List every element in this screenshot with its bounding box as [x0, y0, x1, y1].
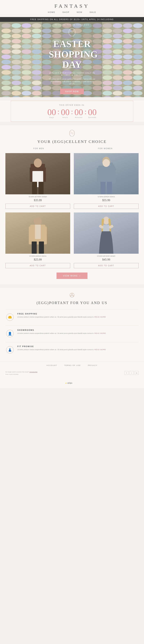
svg-text:👤: 👤 [8, 332, 12, 336]
product-image-men1 [6, 153, 70, 194]
products-grid-row2: Ut tortor pretium viverra $25.99 ADD TO … [6, 212, 138, 268]
product-caption-men1: Ut enim ad minim veniam [6, 196, 70, 198]
fit-promise-icon: 👗 [6, 345, 14, 354]
svg-point-19 [103, 159, 110, 167]
feature-fit-promise: 👗 FIT PROMISE Ut tortor pretium viverra … [6, 342, 138, 354]
minutes-number: 00 [75, 108, 83, 116]
social-facebook[interactable]: f [125, 371, 128, 375]
countdown-sep-1: : [57, 108, 59, 116]
hero-subtitle: BECAUSE YOU'RE GOOD EGG [49, 24, 95, 26]
svg-rect-24 [32, 242, 37, 254]
svg-rect-16 [100, 182, 105, 194]
features-section: (EGG)PORTANT FOR YOU AND US 🤲 FREE SHIPP… [0, 288, 144, 362]
product-price-men2: $25.99 [6, 258, 70, 261]
hours-number: 00 [61, 108, 69, 116]
unsubscribe-link[interactable]: Unsubscribe [29, 371, 37, 373]
product-card-women2: Ut enim ad minim veniam $45.99 ADD TO CA… [74, 212, 138, 268]
add-to-cart-men2[interactable]: ADD TO CART [6, 263, 70, 268]
seconds-number: 00 [88, 108, 97, 116]
category-men: FOR MEN [6, 148, 72, 150]
svg-text:stripo: stripo [67, 382, 72, 384]
svg-rect-17 [107, 182, 112, 194]
svg-text:🤲: 🤲 [8, 315, 12, 319]
svg-text:👗: 👗 [8, 348, 12, 352]
countdown-seconds: 00 Seconds [88, 108, 97, 118]
shop-now-button[interactable]: SHOP NOW [60, 88, 84, 94]
products-section: YOUR (EGG)CELLENT CHOICE FOR MEN FOR WOM… [0, 125, 144, 284]
footer-nav: ACCOUNT TERMS OF USE PRIVACY [0, 362, 144, 369]
svg-point-33 [71, 294, 73, 294]
svg-text:⚡: ⚡ [65, 382, 67, 384]
main-nav: HOME SHOP NEW SALE [0, 9, 144, 15]
product-image-men2 [6, 212, 70, 254]
product-card-women1: Ut tortor pretium viverra $55.99 ADD TO … [74, 153, 138, 209]
products-grid-row1: Ut enim ad minim veniam $35.99 ADD TO CA… [6, 153, 138, 209]
product-card-men1: Ut enim ad minim veniam $35.99 ADD TO CA… [6, 153, 70, 209]
svg-rect-28 [103, 225, 109, 232]
countdown-section: THIS OFFER ENDS IN: 00 Days : 00 Hours :… [11, 101, 133, 122]
shipping-banner: FREE SHIPPING ON ALL ORDERS OF $125+ UNT… [0, 17, 144, 22]
countdown-hours: 00 Hours [61, 108, 69, 118]
footer-social: f t in [125, 371, 138, 375]
minutes-label: Minutes [75, 116, 83, 118]
svg-rect-31 [102, 231, 111, 235]
nav-shop[interactable]: SHOP [62, 11, 69, 13]
seconds-label: Seconds [88, 116, 97, 118]
add-to-cart-women2[interactable]: ADD TO CART [74, 263, 138, 268]
svg-rect-10 [39, 182, 44, 194]
footer-account[interactable]: ACCOUNT [47, 364, 57, 366]
product-price-men1: $35.99 [6, 199, 70, 202]
countdown-label: THIS OFFER ENDS IN: [14, 104, 130, 106]
showrooms-read-more[interactable]: READ MORE [95, 332, 106, 334]
hero-content: BECAUSE YOU'RE GOOD EGG ⚜ EASTER SHOPPIN… [41, 22, 103, 97]
nav-home[interactable]: HOME [48, 11, 55, 13]
hero-title-line3: DAY [49, 60, 95, 70]
social-twitter[interactable]: t [130, 371, 133, 375]
hero-description: Excepteur sint occaecat cupidatat non pr… [49, 78, 95, 85]
svg-rect-9 [32, 182, 37, 194]
header: FANTASY HOME SHOP NEW SALE [0, 0, 144, 17]
countdown-sep-3: : [85, 108, 87, 116]
product-caption-women2: Ut enim ad minim veniam [74, 255, 138, 257]
fit-promise-read-more[interactable]: READ MORE [95, 349, 106, 350]
fit-promise-desc: Ut tortor pretium viverra suspendisse po… [17, 348, 106, 351]
products-section-icon [6, 129, 138, 138]
category-labels: FOR MEN FOR WOMEN [6, 148, 138, 151]
feature-free-shipping: 🤲 FREE SHIPPING Ut tortor pretium viverr… [6, 309, 138, 322]
nav-new[interactable]: NEW [77, 11, 83, 13]
product-caption-women1: Ut tortor pretium viverra [74, 196, 138, 198]
feature-showrooms: 👤 SHOWROOMS Ut tortor pretium viverra su… [6, 326, 138, 338]
hero-title-line2: SHOPPING [49, 49, 95, 60]
fit-promise-title: FIT PROMISE [17, 345, 106, 348]
product-image-women1 [74, 153, 138, 194]
countdown-sep-2: : [71, 108, 73, 116]
unsub-after: from is your browser. [6, 374, 19, 375]
nav-sale[interactable]: SALE [90, 11, 96, 13]
logo: FANTASY [0, 3, 144, 9]
svg-point-6 [34, 158, 42, 168]
view-more-button[interactable]: VIEW MORE → [56, 272, 88, 279]
free-shipping-read-more[interactable]: READ MORE [95, 316, 106, 318]
product-price-women1: $55.99 [74, 199, 138, 202]
hero-section: BECAUSE YOU'RE GOOD EGG ⚜ EASTER SHOPPIN… [0, 22, 144, 97]
features-section-title: (EGG)PORTANT FOR YOU AND US [6, 301, 138, 305]
shipping-text: FREE SHIPPING ON ALL ORDERS OF $125+ UNT… [30, 18, 114, 20]
free-shipping-text: FREE SHIPPING Ut tortor pretium viverra … [17, 313, 106, 318]
social-linkedin[interactable]: in [135, 371, 138, 375]
footer-terms[interactable]: TERMS OF USE [64, 364, 81, 366]
free-shipping-desc: Ut tortor pretium viverra suspendisse po… [17, 316, 106, 318]
svg-rect-26 [35, 225, 41, 239]
footer-privacy[interactable]: PRIVACY [88, 364, 98, 366]
add-to-cart-women1[interactable]: ADD TO CART [74, 204, 138, 209]
showrooms-icon: 👤 [6, 329, 14, 338]
products-section-title: YOUR (EGG)CELLENT CHOICE [6, 139, 138, 144]
fit-promise-text: FIT PROMISE Ut tortor pretium viverra su… [17, 345, 106, 351]
stripo-logo: ⚡ stripo [0, 379, 144, 388]
showrooms-title: SHOWROOMS [17, 329, 106, 331]
hero-egg-icon: ⚜ [49, 27, 95, 38]
svg-point-36 [72, 295, 72, 296]
add-to-cart-men1[interactable]: ADD TO CART [6, 204, 70, 209]
showrooms-desc: Ut tortor pretium viverra suspendisse po… [17, 332, 106, 334]
footer-unsubscribe: No longer want to receive this email? Un… [6, 371, 37, 376]
days-number: 00 [47, 108, 56, 116]
